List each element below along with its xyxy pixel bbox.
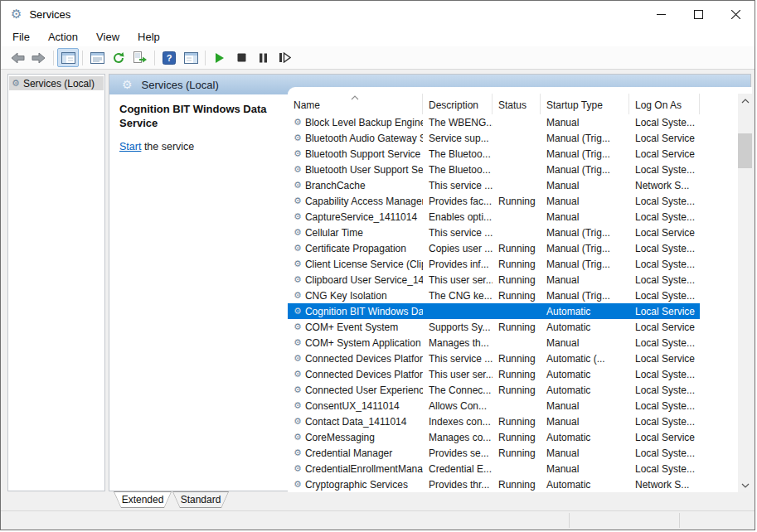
cell-startup-type: Manual — [541, 117, 629, 128]
cell-name: ⚙ Cryptographic Services — [288, 479, 423, 491]
export-list-button[interactable] — [129, 48, 151, 67]
service-row[interactable]: ⚙ Connected User Experience... The Conne… — [288, 382, 700, 398]
cell-description: Manages th... — [423, 337, 493, 349]
tree-item-services-local[interactable]: ⚙ Services (Local) — [9, 76, 104, 90]
service-row[interactable]: ⚙ Connected Devices Platfor... This serv… — [288, 351, 700, 366]
toolbar-separator — [82, 51, 83, 65]
properties-icon — [90, 52, 104, 64]
scroll-down-button[interactable] — [738, 478, 752, 492]
service-row[interactable]: ⚙ CNG Key Isolation The CNG ke... Runnin… — [288, 288, 700, 303]
cell-startup-type: Automatic — [541, 322, 629, 333]
column-header[interactable]: Startup Type — [541, 94, 629, 114]
vertical-scrollbar[interactable] — [738, 94, 752, 492]
column-header[interactable]: Name — [288, 94, 423, 114]
start-service-link[interactable]: Start — [119, 141, 141, 152]
service-name: Bluetooth User Support Ser... — [305, 164, 423, 176]
properties-button[interactable] — [86, 48, 108, 67]
menu-action[interactable]: Action — [41, 29, 85, 45]
service-gear-icon: ⚙ — [294, 149, 302, 158]
status-bar — [1, 510, 755, 530]
help-button[interactable]: ? — [158, 48, 180, 67]
column-header[interactable]: Log On As — [629, 94, 700, 114]
status-bar-divider — [679, 513, 680, 528]
service-row[interactable]: ⚙ Block Level Backup Engine ... The WBEN… — [288, 114, 700, 130]
service-row[interactable]: ⚙ ConsentUX_1411014 Allows Con... Manual… — [288, 398, 700, 414]
service-name: Cryptographic Services — [305, 479, 408, 491]
menu-help[interactable]: Help — [130, 29, 167, 45]
service-row[interactable]: ⚙ Cryptographic Services Provides thr...… — [288, 476, 700, 492]
cell-name: ⚙ Cellular Time — [288, 227, 423, 239]
show-action-pane-button[interactable] — [180, 48, 201, 67]
cell-name: ⚙ CaptureService_1411014 — [288, 211, 423, 223]
pause-service-button[interactable] — [252, 48, 274, 67]
scrollbar-thumb[interactable] — [738, 133, 752, 168]
service-row[interactable]: ⚙ BranchCache This service ... Manual Ne… — [288, 177, 700, 193]
menu-bar: File Action View Help — [1, 27, 755, 46]
service-row[interactable]: ⚙ Certificate Propagation Copies user ..… — [288, 240, 700, 256]
tab-standard[interactable]: Standard — [172, 491, 229, 508]
service-row[interactable]: ⚙ Connected Devices Platfor... This user… — [288, 366, 700, 382]
help-icon: ? — [163, 51, 176, 65]
window-controls — [643, 1, 755, 27]
column-label: Status — [498, 99, 527, 111]
cell-status: Running — [493, 479, 541, 491]
service-gear-icon: ⚙ — [294, 433, 302, 442]
stop-service-icon — [237, 53, 246, 62]
column-header[interactable]: Description — [423, 94, 493, 114]
cell-description: Allows Con... — [423, 400, 493, 412]
service-row[interactable]: ⚙ Cognition BIT Windows Dat... Automatic… — [288, 303, 700, 319]
service-name: CredentialEnrollmentMana... — [305, 463, 423, 475]
column-header[interactable]: Status — [493, 94, 541, 114]
forward-button[interactable] — [28, 48, 50, 67]
cell-log-on-as: Local Syste... — [629, 369, 700, 380]
cell-log-on-as: Local Service — [629, 432, 700, 443]
cell-startup-type: Manual (Trig... — [541, 259, 629, 270]
service-gear-icon: ⚙ — [294, 385, 302, 394]
service-row[interactable]: ⚙ Bluetooth Support Service The Bluetoo.… — [288, 146, 700, 162]
back-button[interactable] — [7, 48, 28, 67]
cell-name: ⚙ COM+ System Application — [288, 337, 423, 349]
service-row[interactable]: ⚙ Contact Data_1411014 Indexes con... Ru… — [288, 414, 700, 429]
cell-startup-type: Automatic — [541, 384, 629, 396]
scroll-up-button[interactable] — [738, 94, 752, 108]
forward-icon — [32, 52, 46, 64]
menu-view[interactable]: View — [89, 29, 127, 45]
refresh-button[interactable] — [108, 48, 129, 67]
service-name: ConsentUX_1411014 — [305, 400, 400, 412]
cell-description: This user ser... — [423, 274, 493, 286]
cell-description: This user ser... — [423, 369, 493, 380]
service-row[interactable]: ⚙ Cellular Time This service ... Manual … — [288, 225, 700, 240]
stop-service-button[interactable] — [230, 48, 252, 67]
service-row[interactable]: ⚙ Credential Manager Provides se... Runn… — [288, 445, 700, 461]
service-row[interactable]: ⚙ Bluetooth User Support Ser... The Blue… — [288, 162, 700, 177]
start-service-icon — [215, 52, 225, 64]
service-row[interactable]: ⚙ Clipboard User Service_1411... This us… — [288, 272, 700, 288]
tab-extended[interactable]: Extended — [114, 491, 172, 508]
show-console-tree-button[interactable] — [57, 48, 79, 67]
maximize-button[interactable] — [680, 1, 717, 27]
cell-name: ⚙ Capability Access Manager ... — [288, 196, 423, 207]
menu-file[interactable]: File — [5, 29, 37, 45]
minimize-button[interactable] — [643, 1, 680, 27]
service-row[interactable]: ⚙ CoreMessaging Manages co... Running Au… — [288, 429, 700, 445]
cell-description: The Bluetoo... — [423, 164, 493, 176]
service-row[interactable]: ⚙ CredentialEnrollmentMana... Credential… — [288, 461, 700, 476]
start-service-button[interactable] — [209, 48, 230, 67]
cell-log-on-as: Local Service — [629, 227, 700, 239]
close-button[interactable] — [717, 1, 755, 27]
cell-startup-type: Automatic — [541, 369, 629, 380]
service-row[interactable]: ⚙ Client License Service (ClipS... Provi… — [288, 256, 700, 272]
service-gear-icon: ⚙ — [294, 322, 302, 331]
restart-service-button[interactable] — [274, 48, 295, 67]
service-row[interactable]: ⚙ Bluetooth Audio Gateway S... Service s… — [288, 130, 700, 146]
cell-startup-type: Manual — [541, 463, 629, 475]
cell-name: ⚙ Client License Service (ClipS... — [288, 259, 423, 270]
service-gear-icon: ⚙ — [294, 370, 302, 379]
service-row[interactable]: ⚙ COM+ Event System Supports Sy... Runni… — [288, 319, 700, 335]
service-row[interactable]: ⚙ CaptureService_1411014 Enables opti...… — [288, 209, 700, 225]
service-row[interactable]: ⚙ COM+ System Application Manages th... … — [288, 335, 700, 351]
service-action-line: Start the service — [119, 141, 194, 152]
service-gear-icon: ⚙ — [294, 118, 302, 127]
service-row[interactable]: ⚙ Capability Access Manager ... Provides… — [288, 193, 700, 209]
cell-name: ⚙ Cognition BIT Windows Dat... — [288, 306, 423, 317]
